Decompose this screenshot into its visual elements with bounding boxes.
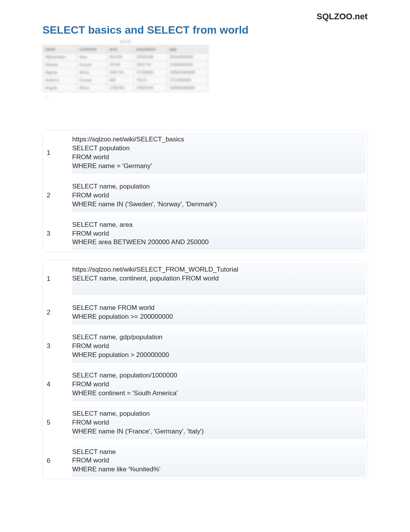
thumb-cell: Asia bbox=[77, 53, 107, 61]
thumb-row: AfghanistanAsia6522302550010020343000000 bbox=[43, 53, 208, 61]
section-url[interactable]: https://sqlzoo.net/wiki/SELECT_basics bbox=[72, 135, 360, 144]
answer-code: https://sqlzoo.net/wiki/SELECT_basicsSEL… bbox=[72, 132, 366, 174]
thumb-cell: 12960000000 bbox=[167, 61, 208, 69]
answer-row: 5SELECT name, population FROM world WHER… bbox=[43, 405, 367, 441]
thumb-cell: Europe bbox=[77, 76, 107, 84]
thumb-ellipsis: ... bbox=[43, 92, 208, 100]
thumb-cell: Africa bbox=[77, 69, 107, 76]
answer-number: 6 bbox=[43, 443, 72, 479]
answer-code: https://sqlzoo.net/wiki/SELECT_FROM_WORL… bbox=[72, 262, 366, 295]
answer-code-text: SELECT name FROM world WHERE name like '… bbox=[72, 448, 161, 473]
page-title-link[interactable]: SELECT basics and SELECT from world bbox=[42, 24, 249, 36]
answer-code-text: SELECT name, population FROM world WHERE… bbox=[72, 183, 217, 208]
thumb-row: AlgeriaAfrica238174137100000188681000000 bbox=[43, 69, 208, 76]
thumb-header: continent bbox=[77, 46, 107, 53]
site-name: SQLZOO.net bbox=[42, 12, 368, 22]
thumb-row: AlbaniaEurope28748283174112960000000 bbox=[43, 61, 208, 69]
thumb-header: area bbox=[107, 46, 134, 53]
answer-code: SELECT name FROM world WHERE name like '… bbox=[72, 445, 366, 478]
thumb-cell: 28748 bbox=[107, 61, 134, 69]
thumb-caption: world bbox=[42, 39, 208, 44]
answer-number: 4 bbox=[43, 367, 72, 403]
thumb-cell: Angola bbox=[43, 84, 77, 92]
answer-block: 1https://sqlzoo.net/wiki/SELECT_FROM_WOR… bbox=[42, 260, 368, 479]
answer-code: SELECT name, area FROM world WHERE area … bbox=[72, 218, 366, 250]
section-url[interactable]: https://sqlzoo.net/wiki/SELECT_FROM_WORL… bbox=[72, 265, 360, 274]
thumb-cell: 2831741 bbox=[134, 61, 167, 69]
answer-code-text: SELECT name, population/1000000 FROM wor… bbox=[72, 372, 178, 397]
world-table-thumbnail: world namecontinentareapopulationgdp Afg… bbox=[42, 39, 208, 122]
answer-number: 2 bbox=[43, 299, 72, 326]
thumb-cell: Afghanistan bbox=[43, 53, 77, 61]
thumb-cell: 25500100 bbox=[134, 53, 167, 61]
thumb-cell: Africa bbox=[77, 84, 107, 92]
answer-row: 1https://sqlzoo.net/wiki/SELECT_FROM_WOR… bbox=[43, 261, 367, 297]
thumb-cell: Algeria bbox=[43, 69, 77, 76]
answer-code-text: SELECT name, continent, population FROM … bbox=[72, 275, 219, 282]
thumb-header: gdp bbox=[167, 46, 208, 53]
answer-number: 3 bbox=[43, 216, 72, 252]
answer-code-text: SELECT name FROM world WHERE population … bbox=[72, 304, 173, 320]
thumb-cell: Albania bbox=[43, 61, 77, 69]
answer-row: 3SELECT name, gdp/population FROM world … bbox=[43, 328, 367, 364]
thumb-cell: 2381741 bbox=[107, 69, 134, 76]
answer-code-text: SELECT name, population FROM world WHERE… bbox=[72, 410, 204, 435]
answer-block: 1https://sqlzoo.net/wiki/SELECT_basicsSE… bbox=[42, 130, 368, 252]
thumb-cell: 20609294 bbox=[134, 84, 167, 92]
answer-number: 1 bbox=[43, 261, 72, 297]
answer-row: 1https://sqlzoo.net/wiki/SELECT_basicsSE… bbox=[43, 131, 367, 175]
answer-number: 2 bbox=[43, 178, 72, 214]
answer-code-text: SELECT name, area FROM world WHERE area … bbox=[72, 221, 208, 246]
answer-code: SELECT name, population FROM world WHERE… bbox=[72, 406, 366, 439]
answer-row: 6SELECT name FROM world WHERE name like … bbox=[43, 443, 367, 479]
thumb-row: AndorraEurope468781153712000000 bbox=[43, 76, 208, 84]
answer-code-text: SELECT population FROM world WHERE name … bbox=[72, 144, 152, 170]
thumb-cell: 468 bbox=[107, 76, 134, 84]
thumb-cell: 37100000 bbox=[134, 69, 167, 76]
thumb-table: namecontinentareapopulationgdp Afghanist… bbox=[42, 45, 208, 99]
thumb-cell: Europe bbox=[77, 61, 107, 69]
thumb-cell: 188681000000 bbox=[167, 69, 208, 76]
thumb-cell: Andorra bbox=[43, 76, 77, 84]
thumb-cell: 1246700 bbox=[107, 84, 134, 92]
thumb-header: population bbox=[134, 46, 167, 53]
answer-number: 5 bbox=[43, 405, 72, 441]
thumb-cell: 3712000000 bbox=[167, 76, 208, 84]
page-title[interactable]: SELECT basics and SELECT from world bbox=[42, 24, 368, 36]
answer-code: SELECT name, gdp/population FROM world W… bbox=[72, 330, 366, 363]
answer-code: SELECT name FROM world WHERE population … bbox=[72, 301, 366, 325]
answer-row: 3SELECT name, area FROM world WHERE area… bbox=[43, 216, 367, 252]
thumb-cell: 652230 bbox=[107, 53, 134, 61]
thumb-row: AngolaAfrica124670020609294100990000000 bbox=[43, 84, 208, 92]
thumb-cell: 20343000000 bbox=[167, 53, 208, 61]
answer-code: SELECT name, population FROM world WHERE… bbox=[72, 179, 366, 212]
thumb-cell: 78115 bbox=[134, 76, 167, 84]
answer-row: 4SELECT name, population/1000000 FROM wo… bbox=[43, 367, 367, 403]
thumb-header: name bbox=[43, 46, 77, 53]
answer-number: 1 bbox=[43, 131, 72, 175]
answer-code: SELECT name, population/1000000 FROM wor… bbox=[72, 368, 366, 401]
answer-code-text: SELECT name, gdp/population FROM world W… bbox=[72, 333, 169, 359]
answer-row: 2SELECT name FROM world WHERE population… bbox=[43, 299, 367, 326]
answer-number: 3 bbox=[43, 328, 72, 364]
answer-row: 2SELECT name, population FROM world WHER… bbox=[43, 178, 367, 214]
thumb-cell: 100990000000 bbox=[167, 84, 208, 92]
